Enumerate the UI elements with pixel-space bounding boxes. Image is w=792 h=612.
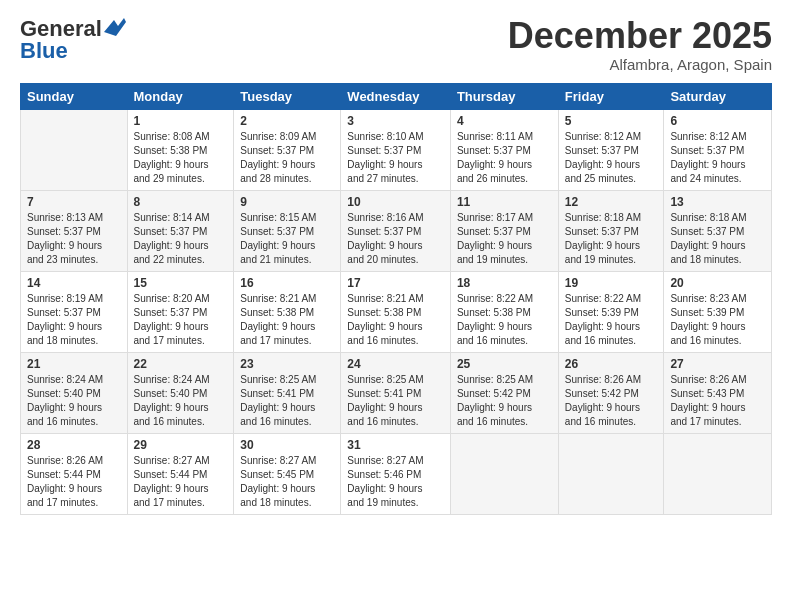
header-tuesday: Tuesday xyxy=(234,83,341,109)
header-sunday: Sunday xyxy=(21,83,128,109)
day-info: Sunrise: 8:20 AMSunset: 5:37 PMDaylight:… xyxy=(134,293,210,346)
calendar-cell: 7Sunrise: 8:13 AMSunset: 5:37 PMDaylight… xyxy=(21,190,128,271)
weekday-header-row: Sunday Monday Tuesday Wednesday Thursday… xyxy=(21,83,772,109)
calendar-cell: 23Sunrise: 8:25 AMSunset: 5:41 PMDayligh… xyxy=(234,352,341,433)
day-number: 17 xyxy=(347,276,444,290)
day-number: 23 xyxy=(240,357,334,371)
week-row-4: 21Sunrise: 8:24 AMSunset: 5:40 PMDayligh… xyxy=(21,352,772,433)
week-row-5: 28Sunrise: 8:26 AMSunset: 5:44 PMDayligh… xyxy=(21,433,772,514)
day-number: 10 xyxy=(347,195,444,209)
calendar-cell: 20Sunrise: 8:23 AMSunset: 5:39 PMDayligh… xyxy=(664,271,772,352)
calendar-table: Sunday Monday Tuesday Wednesday Thursday… xyxy=(20,83,772,515)
day-info: Sunrise: 8:15 AMSunset: 5:37 PMDaylight:… xyxy=(240,212,316,265)
day-number: 22 xyxy=(134,357,228,371)
calendar-cell: 1Sunrise: 8:08 AMSunset: 5:38 PMDaylight… xyxy=(127,109,234,190)
day-info: Sunrise: 8:21 AMSunset: 5:38 PMDaylight:… xyxy=(347,293,423,346)
day-number: 19 xyxy=(565,276,658,290)
calendar-cell: 12Sunrise: 8:18 AMSunset: 5:37 PMDayligh… xyxy=(558,190,664,271)
day-number: 3 xyxy=(347,114,444,128)
page-container: General Blue December 2025 Alfambra, Ara… xyxy=(0,0,792,612)
day-info: Sunrise: 8:11 AMSunset: 5:37 PMDaylight:… xyxy=(457,131,533,184)
logo-bird-icon xyxy=(104,18,126,36)
calendar-cell: 14Sunrise: 8:19 AMSunset: 5:37 PMDayligh… xyxy=(21,271,128,352)
calendar-cell: 15Sunrise: 8:20 AMSunset: 5:37 PMDayligh… xyxy=(127,271,234,352)
day-info: Sunrise: 8:27 AMSunset: 5:45 PMDaylight:… xyxy=(240,455,316,508)
week-row-2: 7Sunrise: 8:13 AMSunset: 5:37 PMDaylight… xyxy=(21,190,772,271)
month-title: December 2025 xyxy=(508,16,772,56)
calendar-cell: 21Sunrise: 8:24 AMSunset: 5:40 PMDayligh… xyxy=(21,352,128,433)
day-number: 29 xyxy=(134,438,228,452)
calendar-cell: 6Sunrise: 8:12 AMSunset: 5:37 PMDaylight… xyxy=(664,109,772,190)
calendar-cell: 31Sunrise: 8:27 AMSunset: 5:46 PMDayligh… xyxy=(341,433,451,514)
day-number: 15 xyxy=(134,276,228,290)
calendar-cell: 30Sunrise: 8:27 AMSunset: 5:45 PMDayligh… xyxy=(234,433,341,514)
day-number: 30 xyxy=(240,438,334,452)
day-info: Sunrise: 8:27 AMSunset: 5:44 PMDaylight:… xyxy=(134,455,210,508)
calendar-cell: 28Sunrise: 8:26 AMSunset: 5:44 PMDayligh… xyxy=(21,433,128,514)
calendar-cell: 27Sunrise: 8:26 AMSunset: 5:43 PMDayligh… xyxy=(664,352,772,433)
day-info: Sunrise: 8:09 AMSunset: 5:37 PMDaylight:… xyxy=(240,131,316,184)
calendar-cell: 3Sunrise: 8:10 AMSunset: 5:37 PMDaylight… xyxy=(341,109,451,190)
day-info: Sunrise: 8:26 AMSunset: 5:42 PMDaylight:… xyxy=(565,374,641,427)
day-info: Sunrise: 8:25 AMSunset: 5:42 PMDaylight:… xyxy=(457,374,533,427)
day-info: Sunrise: 8:25 AMSunset: 5:41 PMDaylight:… xyxy=(347,374,423,427)
day-number: 28 xyxy=(27,438,121,452)
day-number: 6 xyxy=(670,114,765,128)
week-row-3: 14Sunrise: 8:19 AMSunset: 5:37 PMDayligh… xyxy=(21,271,772,352)
week-row-1: 1Sunrise: 8:08 AMSunset: 5:38 PMDaylight… xyxy=(21,109,772,190)
calendar-cell: 22Sunrise: 8:24 AMSunset: 5:40 PMDayligh… xyxy=(127,352,234,433)
day-number: 11 xyxy=(457,195,552,209)
calendar-cell: 4Sunrise: 8:11 AMSunset: 5:37 PMDaylight… xyxy=(450,109,558,190)
calendar-cell: 26Sunrise: 8:26 AMSunset: 5:42 PMDayligh… xyxy=(558,352,664,433)
calendar-cell xyxy=(450,433,558,514)
calendar-cell: 24Sunrise: 8:25 AMSunset: 5:41 PMDayligh… xyxy=(341,352,451,433)
day-number: 2 xyxy=(240,114,334,128)
day-info: Sunrise: 8:26 AMSunset: 5:44 PMDaylight:… xyxy=(27,455,103,508)
logo-blue: Blue xyxy=(20,38,68,64)
day-number: 12 xyxy=(565,195,658,209)
day-info: Sunrise: 8:10 AMSunset: 5:37 PMDaylight:… xyxy=(347,131,423,184)
day-info: Sunrise: 8:27 AMSunset: 5:46 PMDaylight:… xyxy=(347,455,423,508)
calendar-cell: 17Sunrise: 8:21 AMSunset: 5:38 PMDayligh… xyxy=(341,271,451,352)
day-info: Sunrise: 8:16 AMSunset: 5:37 PMDaylight:… xyxy=(347,212,423,265)
calendar-cell: 29Sunrise: 8:27 AMSunset: 5:44 PMDayligh… xyxy=(127,433,234,514)
svg-marker-0 xyxy=(104,18,126,36)
header-thursday: Thursday xyxy=(450,83,558,109)
day-number: 8 xyxy=(134,195,228,209)
day-number: 31 xyxy=(347,438,444,452)
day-number: 18 xyxy=(457,276,552,290)
calendar-cell xyxy=(558,433,664,514)
day-info: Sunrise: 8:25 AMSunset: 5:41 PMDaylight:… xyxy=(240,374,316,427)
day-info: Sunrise: 8:17 AMSunset: 5:37 PMDaylight:… xyxy=(457,212,533,265)
day-number: 1 xyxy=(134,114,228,128)
calendar-cell: 10Sunrise: 8:16 AMSunset: 5:37 PMDayligh… xyxy=(341,190,451,271)
day-info: Sunrise: 8:24 AMSunset: 5:40 PMDaylight:… xyxy=(27,374,103,427)
day-info: Sunrise: 8:18 AMSunset: 5:37 PMDaylight:… xyxy=(670,212,746,265)
calendar-cell: 2Sunrise: 8:09 AMSunset: 5:37 PMDaylight… xyxy=(234,109,341,190)
logo: General Blue xyxy=(20,16,126,64)
day-info: Sunrise: 8:12 AMSunset: 5:37 PMDaylight:… xyxy=(670,131,746,184)
calendar-cell: 13Sunrise: 8:18 AMSunset: 5:37 PMDayligh… xyxy=(664,190,772,271)
day-info: Sunrise: 8:12 AMSunset: 5:37 PMDaylight:… xyxy=(565,131,641,184)
day-number: 24 xyxy=(347,357,444,371)
day-number: 14 xyxy=(27,276,121,290)
day-number: 5 xyxy=(565,114,658,128)
header-wednesday: Wednesday xyxy=(341,83,451,109)
day-info: Sunrise: 8:19 AMSunset: 5:37 PMDaylight:… xyxy=(27,293,103,346)
calendar-cell xyxy=(21,109,128,190)
calendar-cell: 9Sunrise: 8:15 AMSunset: 5:37 PMDaylight… xyxy=(234,190,341,271)
day-info: Sunrise: 8:14 AMSunset: 5:37 PMDaylight:… xyxy=(134,212,210,265)
calendar-cell: 8Sunrise: 8:14 AMSunset: 5:37 PMDaylight… xyxy=(127,190,234,271)
calendar-cell: 25Sunrise: 8:25 AMSunset: 5:42 PMDayligh… xyxy=(450,352,558,433)
day-number: 26 xyxy=(565,357,658,371)
day-number: 7 xyxy=(27,195,121,209)
calendar-cell: 11Sunrise: 8:17 AMSunset: 5:37 PMDayligh… xyxy=(450,190,558,271)
location: Alfambra, Aragon, Spain xyxy=(508,56,772,73)
calendar-cell: 18Sunrise: 8:22 AMSunset: 5:38 PMDayligh… xyxy=(450,271,558,352)
day-info: Sunrise: 8:08 AMSunset: 5:38 PMDaylight:… xyxy=(134,131,210,184)
title-block: December 2025 Alfambra, Aragon, Spain xyxy=(508,16,772,73)
day-number: 13 xyxy=(670,195,765,209)
day-number: 20 xyxy=(670,276,765,290)
day-number: 16 xyxy=(240,276,334,290)
header-friday: Friday xyxy=(558,83,664,109)
